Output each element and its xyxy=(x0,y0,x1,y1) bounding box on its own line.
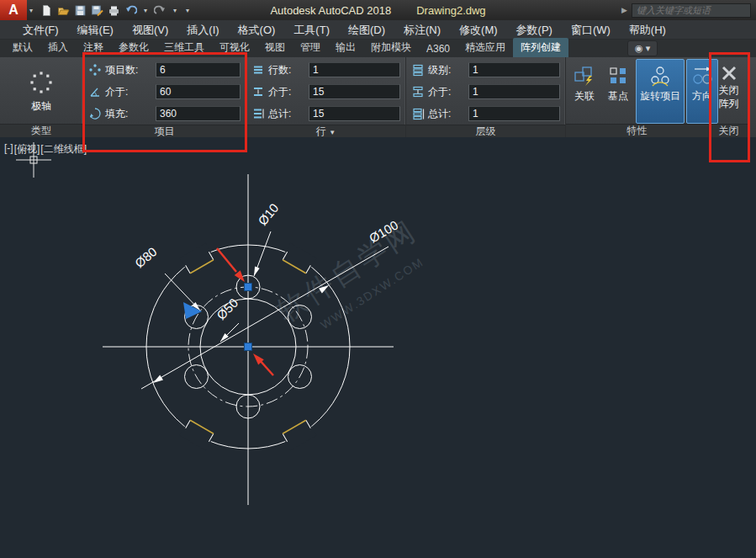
associative-button[interactable]: 关联 xyxy=(568,59,600,124)
rows-count-input[interactable] xyxy=(309,62,400,77)
menu-format[interactable]: 格式(O) xyxy=(229,20,285,40)
items-between-label: 介于: xyxy=(105,85,152,99)
tab-3d-tools[interactable]: 三维工具 xyxy=(156,38,212,57)
save-icon[interactable] xyxy=(74,4,87,17)
new-file-icon[interactable] xyxy=(40,4,53,17)
close-x-icon xyxy=(720,64,738,82)
app-menu-button[interactable]: A xyxy=(0,0,27,20)
base-point-button[interactable]: 基点 xyxy=(602,59,634,124)
panel-close: 关闭 阵列 关闭 xyxy=(709,57,749,137)
close-array-button[interactable]: 关闭 阵列 xyxy=(714,59,743,109)
array-geometry[interactable] xyxy=(103,174,394,505)
levels-total-label: 总计: xyxy=(428,107,465,121)
tab-output[interactable]: 输出 xyxy=(328,38,363,57)
polar-array-button[interactable]: 极轴 xyxy=(5,59,77,124)
items-count-input[interactable] xyxy=(156,62,241,77)
rows-total-label: 总计: xyxy=(268,107,305,121)
rotate-items-button[interactable]: 旋转项目 xyxy=(636,59,685,124)
undo-dropdown-icon[interactable]: ▾ xyxy=(141,7,150,14)
notch-lower-left xyxy=(179,419,214,450)
search-launch-icon[interactable]: ▶ xyxy=(621,6,627,14)
item-count-icon xyxy=(88,63,102,77)
panel-label-rows[interactable]: 行 ▼ xyxy=(246,125,405,138)
tab-add-ins[interactable]: 附加模块 xyxy=(363,38,419,57)
tab-manage[interactable]: 管理 xyxy=(293,38,328,57)
levels-count-input[interactable] xyxy=(468,62,560,77)
items-count-label: 项目数: xyxy=(105,63,152,77)
tab-default[interactable]: 默认 xyxy=(5,38,40,57)
viewport-controls: [-] [俯视] [二维线框] xyxy=(4,142,87,157)
rows-between-input[interactable] xyxy=(309,84,400,99)
levels-between-row: 介于: xyxy=(411,81,560,103)
open-folder-icon[interactable] xyxy=(57,4,70,17)
panel-label-items[interactable]: 项目 xyxy=(83,125,246,138)
drawing-area[interactable]: 软件自学网 WWW.3DXW.COM xyxy=(0,137,756,558)
titlebar: A ▾ ▾ xyxy=(0,0,756,20)
panel-label-properties[interactable]: 特性 xyxy=(566,124,708,137)
d50-label: Ø50 xyxy=(214,295,241,322)
panel-label-type[interactable]: 类型 xyxy=(0,124,82,137)
menu-help[interactable]: 帮助(H) xyxy=(620,20,675,40)
app-menu-caret-icon[interactable]: ▾ xyxy=(27,7,35,14)
viewport-view-control[interactable]: [俯视] xyxy=(14,142,40,157)
qat-customize-icon[interactable]: ▾ xyxy=(183,7,192,14)
redo-icon[interactable] xyxy=(154,4,167,17)
panel-type: 极轴 类型 xyxy=(0,57,83,137)
ribbon-display-button[interactable]: ◉ ▾ xyxy=(627,40,658,56)
tab-array-creation[interactable]: 阵列创建 xyxy=(513,38,568,57)
menu-tools[interactable]: 工具(T) xyxy=(284,20,339,40)
items-fill-input[interactable] xyxy=(156,106,241,121)
rows-total-input[interactable] xyxy=(309,106,400,121)
menubar: 文件(F) 编辑(E) 视图(V) 插入(I) 格式(O) 工具(T) 绘图(D… xyxy=(0,20,756,40)
ribbon-tab-bar: 默认 插入 注释 参数化 三维工具 可视化 视图 管理 输出 附加模块 A360… xyxy=(0,40,756,57)
tab-a360[interactable]: A360 xyxy=(419,40,457,57)
tab-annotate[interactable]: 注释 xyxy=(76,38,111,57)
menu-file[interactable]: 文件(F) xyxy=(13,20,68,40)
menu-window[interactable]: 窗口(W) xyxy=(562,20,620,40)
levels-total-input[interactable] xyxy=(468,106,560,121)
viewport-visual-style-control[interactable]: [二维线框] xyxy=(40,142,87,157)
rows-total-icon xyxy=(251,107,265,120)
items-fill-row: 填充: xyxy=(88,103,241,125)
rows-count-label: 行数: xyxy=(268,63,305,77)
base-point-icon xyxy=(606,64,630,88)
levels-between-input[interactable] xyxy=(468,84,560,99)
item-grip xyxy=(245,284,252,291)
menu-insert[interactable]: 插入(I) xyxy=(177,20,228,40)
menu-draw[interactable]: 绘图(D) xyxy=(339,20,394,40)
tab-view[interactable]: 视图 xyxy=(257,38,293,57)
quick-access-toolbar: ▾ ▾ ▾ xyxy=(40,4,192,17)
panel-label-close[interactable]: 关闭 xyxy=(709,124,748,137)
tab-visualize[interactable]: 可视化 xyxy=(212,38,257,57)
polar-array-label: 极轴 xyxy=(31,99,51,114)
close-array-label-line2: 阵列 xyxy=(719,98,739,109)
levels-count-row: 级别: xyxy=(411,59,560,81)
ribbon: 极轴 类型 项目数: 介于: xyxy=(0,57,756,137)
d100-arrowhead xyxy=(153,375,163,383)
base-point-label: 基点 xyxy=(608,89,628,104)
undo-icon[interactable] xyxy=(124,4,137,17)
tab-featured-apps[interactable]: 精选应用 xyxy=(457,38,513,57)
viewport-menu-control[interactable]: [-] xyxy=(4,142,13,157)
menu-view[interactable]: 视图(V) xyxy=(123,20,177,40)
menu-modify[interactable]: 修改(M) xyxy=(450,20,507,40)
menu-edit[interactable]: 编辑(E) xyxy=(68,20,123,40)
items-between-input[interactable] xyxy=(156,84,241,99)
tab-insert[interactable]: 插入 xyxy=(40,38,76,57)
rows-expand-icon[interactable]: ▼ xyxy=(329,129,336,136)
redo-dropdown-icon[interactable]: ▾ xyxy=(171,7,179,14)
plot-icon[interactable] xyxy=(108,4,120,17)
menu-dimension[interactable]: 标注(N) xyxy=(394,20,450,40)
help-search-input[interactable] xyxy=(632,3,751,18)
polar-array-icon xyxy=(29,70,54,95)
watermark: 软件自学网 WWW.3DXW.COM xyxy=(271,214,435,348)
fill-angle-icon xyxy=(88,107,102,120)
panel-levels: 级别: 介于: 总计: 层级 xyxy=(406,57,566,137)
panel-label-levels[interactable]: 层级 xyxy=(406,125,565,138)
tab-parametric[interactable]: 参数化 xyxy=(111,38,156,57)
menu-parametric[interactable]: 参数(P) xyxy=(507,20,562,40)
ribbon-filler xyxy=(749,57,756,137)
items-between-row: 介于: xyxy=(88,81,241,103)
notch-lower-right xyxy=(281,419,316,450)
save-as-icon[interactable] xyxy=(91,4,103,17)
